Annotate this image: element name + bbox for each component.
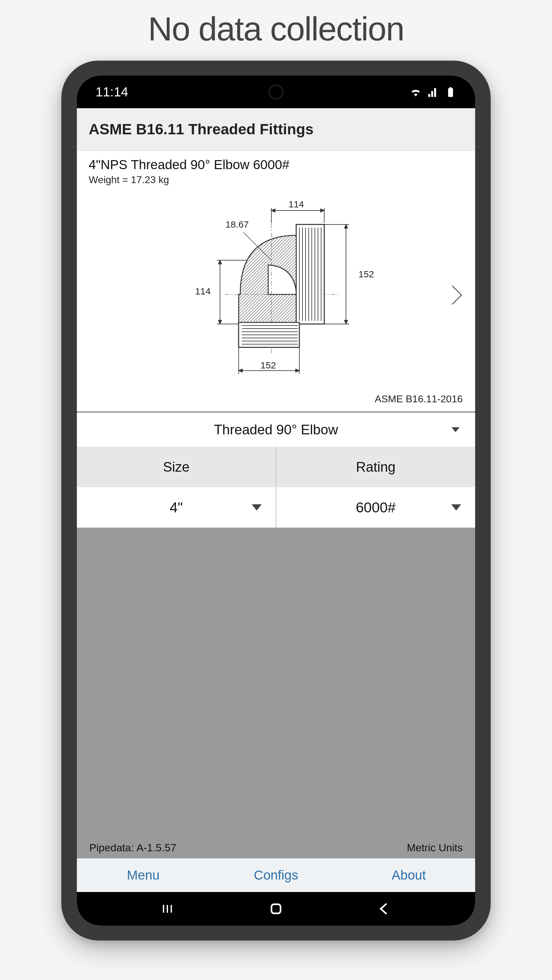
content-area: 4"NPS Threaded 90° Elbow 6000# Weight = … <box>77 151 475 892</box>
status-icons <box>410 86 456 98</box>
rating-picker[interactable]: 6000# <box>276 487 475 528</box>
svg-rect-15 <box>296 224 324 324</box>
page-title: ASME B16.11 Threaded Fittings <box>89 121 463 138</box>
rating-header: Rating <box>276 447 475 487</box>
size-header: Size <box>77 447 276 487</box>
promo-headline: No data collection <box>148 10 404 48</box>
signal-icon <box>427 86 439 98</box>
app-header: ASME B16.11 Threaded Fittings <box>77 108 475 151</box>
dim-bottom: 152 <box>260 360 276 370</box>
dim-left: 114 <box>195 286 211 296</box>
status-bar: 11:14 <box>77 76 475 108</box>
phone-frame: 11:14 ASME B16.11 Threaded Fittings 4"NP… <box>61 60 491 940</box>
elbow-diagram: 114 18.67 152 <box>144 198 408 391</box>
size-picker[interactable]: 4" <box>77 487 276 528</box>
tab-configs[interactable]: Configs <box>210 868 343 883</box>
item-title: 4"NPS Threaded 90° Elbow 6000# <box>89 158 463 172</box>
dim-angle: 18.67 <box>225 219 249 229</box>
chevron-down-icon <box>252 504 262 511</box>
version-label: Pipedata: A-1.5.57 <box>89 842 176 854</box>
chevron-down-icon <box>451 427 459 432</box>
footer-info: Pipedata: A-1.5.57 Metric Units <box>77 837 475 858</box>
spec-reference: ASME B16.11-2016 <box>77 391 475 409</box>
status-time: 11:14 <box>96 84 128 100</box>
svg-rect-32 <box>271 904 280 913</box>
home-icon[interactable] <box>268 901 284 916</box>
units-label: Metric Units <box>407 842 463 854</box>
battery-icon <box>445 86 456 98</box>
camera-notch <box>268 84 284 100</box>
android-nav-bar <box>77 892 475 926</box>
tab-about[interactable]: About <box>342 868 475 883</box>
size-column: Size 4" <box>77 447 276 528</box>
recents-icon[interactable] <box>160 901 176 916</box>
dim-top: 114 <box>289 199 304 209</box>
dim-right: 152 <box>359 269 374 279</box>
tab-bar: Menu Configs About <box>77 858 475 892</box>
next-arrow[interactable] <box>451 284 464 307</box>
empty-space <box>77 528 475 837</box>
chevron-down-icon <box>451 504 461 511</box>
rating-value: 6000# <box>356 500 396 515</box>
tab-menu[interactable]: Menu <box>77 868 210 883</box>
chevron-right-icon <box>451 284 464 306</box>
wifi-icon <box>410 86 422 98</box>
item-weight: Weight = 17.23 kg <box>89 174 463 186</box>
item-info: 4"NPS Threaded 90° Elbow 6000# Weight = … <box>77 151 475 189</box>
diagram-zone: 114 18.67 152 <box>77 189 475 412</box>
phone-screen: 11:14 ASME B16.11 Threaded Fittings 4"NP… <box>77 76 475 926</box>
type-selector-label: Threaded 90° Elbow <box>214 422 338 438</box>
picker-grid: Size 4" Rating 6000# <box>77 447 475 528</box>
back-icon[interactable] <box>376 901 392 916</box>
type-selector[interactable]: Threaded 90° Elbow <box>77 412 475 447</box>
size-value: 4" <box>170 500 183 515</box>
rating-column: Rating 6000# <box>276 447 475 528</box>
